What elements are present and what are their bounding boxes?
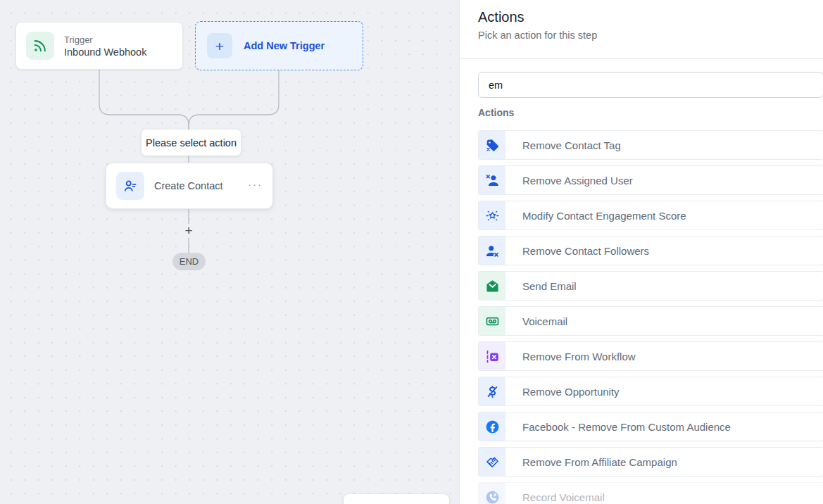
action-label: Send Email <box>505 272 577 300</box>
action-search-input[interactable] <box>478 72 823 98</box>
tag-remove-icon <box>485 138 500 153</box>
user-remove-icon <box>485 173 500 188</box>
voicemail-icon <box>485 314 500 329</box>
action-row-remove-contact-tag[interactable]: Remove Contact Tag <box>478 130 823 160</box>
action-label: Remove From Workflow <box>505 342 636 370</box>
action-row-remove-contact-followers[interactable]: Remove Contact Followers <box>478 236 823 265</box>
end-node: END <box>172 253 206 270</box>
panel-title: Actions <box>478 9 805 25</box>
workflow-canvas[interactable]: Trigger Inbound Webhook + Add New Trigge… <box>0 0 459 504</box>
plus-icon: + <box>207 33 232 58</box>
action-label: Remove Assigned User <box>505 166 633 194</box>
add-new-trigger-label: Add New Trigger <box>244 40 325 51</box>
panel-subtitle: Pick an action for this step <box>478 30 805 41</box>
add-action-button[interactable]: + <box>182 224 196 238</box>
facebook-icon <box>485 420 500 434</box>
workflow-builder: Trigger Inbound Webhook + Add New Trigge… <box>0 0 823 504</box>
affiliate-handshake-icon <box>485 455 500 470</box>
follower-remove-icon <box>485 244 500 258</box>
action-list: Remove Contact Tag Remove Assigned User … <box>478 130 823 504</box>
action-label: Record Voicemail <box>505 483 605 504</box>
action-row-record-voicemail[interactable]: Record Voicemail <box>478 482 823 504</box>
add-new-trigger-button[interactable]: + Add New Trigger <box>195 21 363 70</box>
node-menu-button[interactable]: ··· <box>248 179 263 194</box>
email-icon <box>485 279 500 294</box>
action-row-send-email[interactable]: Send Email <box>478 271 823 301</box>
action-row-remove-opportunity[interactable]: Remove Opportunity <box>478 377 823 406</box>
opportunity-remove-icon <box>485 384 500 399</box>
actions-panel: Actions Pick an action for this step Act… <box>459 0 823 504</box>
action-label: Facebook - Remove From Custom Audience <box>505 412 731 441</box>
node-label: Create Contact <box>154 180 238 191</box>
action-row-voicemail[interactable]: Voicemail <box>478 306 823 336</box>
action-row-remove-from-affiliate-campaign[interactable]: Remove From Affiliate Campaign <box>478 447 823 477</box>
action-label: Remove Contact Followers <box>505 237 649 265</box>
action-label: Voicemail <box>505 307 567 335</box>
actions-section-label: Actions <box>478 107 823 121</box>
action-label: Remove Opportunity <box>505 377 620 405</box>
trigger-kind-label: Trigger <box>64 34 146 45</box>
contact-icon <box>116 172 144 200</box>
action-row-modify-contact-engagement-score[interactable]: Modify Contact Engagement Score <box>478 201 823 230</box>
action-row-facebook-remove-from-custom-audience[interactable]: Facebook - Remove From Custom Audience <box>478 412 823 441</box>
workflow-remove-icon <box>485 349 500 364</box>
trigger-name-label: Inbound Webhook <box>64 46 146 58</box>
action-row-remove-assigned-user[interactable]: Remove Assigned User <box>478 165 823 195</box>
canvas-toolbar[interactable] <box>344 494 449 504</box>
select-action-hint: Please select action <box>142 130 241 156</box>
webhook-icon <box>26 32 54 60</box>
action-row-remove-from-workflow[interactable]: Remove From Workflow <box>478 341 823 371</box>
record-voicemail-icon <box>485 490 500 504</box>
trigger-node[interactable]: Trigger Inbound Webhook <box>15 22 183 70</box>
connector-lines <box>0 0 459 504</box>
action-label: Remove Contact Tag <box>505 131 621 159</box>
action-label: Modify Contact Engagement Score <box>505 201 686 229</box>
engagement-score-icon <box>485 208 500 223</box>
panel-header: Actions Pick an action for this step <box>460 0 823 59</box>
create-contact-node[interactable]: Create Contact ··· <box>106 163 273 209</box>
action-label: Remove From Affiliate Campaign <box>505 448 677 476</box>
